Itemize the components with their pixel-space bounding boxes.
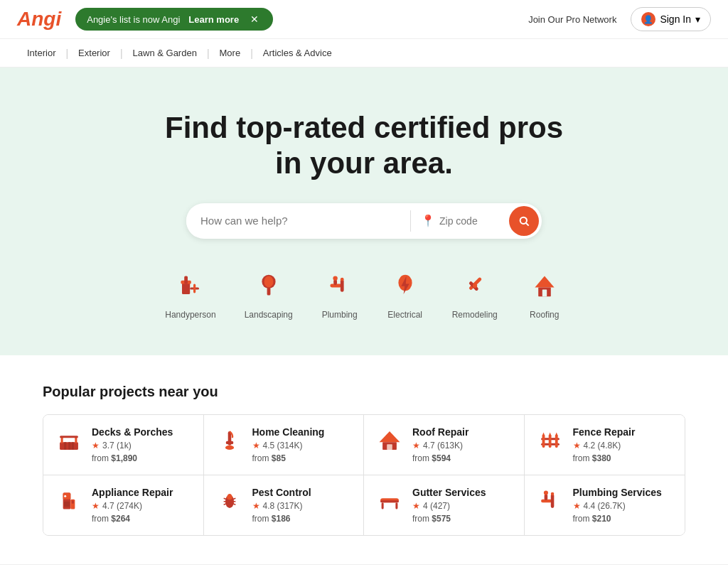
decks-rating: ★ 3.7 (1k) — [92, 441, 192, 450]
svg-rect-60 — [382, 502, 384, 509]
categories-row: Handyperson Landscaping Plumbing Electri… — [14, 267, 714, 320]
svg-rect-49 — [72, 500, 74, 504]
pest-name: Pest Control — [252, 487, 353, 498]
star-icon: ★ — [573, 501, 581, 511]
cleaning-rating-value: 4.5 (314K) — [263, 441, 303, 450]
nav-item-more[interactable]: More — [210, 48, 251, 58]
svg-line-1 — [526, 223, 529, 226]
angi-logo[interactable]: Angi — [17, 8, 61, 31]
handyperson-label: Handyperson — [165, 310, 215, 320]
svg-point-13 — [333, 276, 337, 280]
roofing-icon — [526, 267, 563, 304]
cleaning-rating: ★ 4.5 (314K) — [252, 441, 353, 450]
project-card-pest[interactable]: Pest Control ★ 4.8 (317K) from $186 — [204, 475, 365, 535]
star-icon: ★ — [92, 441, 100, 450]
project-card-cleaning[interactable]: Home Cleaning ★ 4.5 (314K) from $85 — [204, 415, 365, 475]
category-remodeling[interactable]: Remodeling — [452, 267, 498, 320]
star-icon: ★ — [412, 501, 420, 511]
appliance-name: Appliance Repair — [92, 487, 192, 498]
nav-item-lawn-garden[interactable]: Lawn & Garden — [123, 48, 207, 58]
svg-rect-38 — [542, 434, 545, 447]
search-bar: 📍 — [186, 203, 542, 239]
svg-rect-29 — [72, 442, 74, 450]
plumbing-services-icon — [536, 487, 564, 515]
svg-rect-40 — [548, 434, 551, 447]
banner-close-button[interactable]: ✕ — [247, 14, 262, 25]
hero-section: Find top-rated certified pros in your ar… — [0, 68, 728, 355]
search-input[interactable] — [186, 205, 410, 237]
category-roofing[interactable]: Roofing — [526, 267, 563, 320]
popular-projects-section: Popular projects near you Decks & Porche… — [0, 355, 728, 564]
main-nav: Interior | Exterior | Lawn & Garden | Mo… — [0, 39, 728, 68]
zip-input[interactable] — [439, 215, 496, 227]
gutter-name: Gutter Services — [412, 487, 513, 498]
svg-point-31 — [225, 446, 233, 450]
fence-info: Fence Repair ★ 4.2 (4.8K) from $380 — [573, 426, 674, 463]
hero-headline: Find top-rated certified pros in your ar… — [151, 110, 577, 182]
svg-point-0 — [520, 217, 527, 223]
decks-rating-value: 3.7 (1k) — [102, 441, 132, 450]
roofing-label: Roofing — [530, 310, 559, 320]
category-electrical[interactable]: Electrical — [387, 267, 424, 320]
svg-rect-22 — [542, 289, 547, 296]
project-card-gutter[interactable]: Gutter Services ★ 4 (427) from $575 — [364, 475, 525, 535]
svg-rect-11 — [341, 279, 344, 292]
cleaning-icon — [215, 426, 244, 455]
svg-rect-42 — [555, 434, 557, 447]
svg-rect-59 — [380, 500, 399, 502]
appliance-rating-value: 4.7 (274K) — [102, 501, 142, 511]
appliance-info: Appliance Repair ★ 4.7 (274K) from $264 — [92, 487, 192, 524]
sign-in-label: Sign In — [660, 14, 691, 25]
fence-rating: ★ 4.2 (4.8K) — [573, 441, 674, 450]
gutter-info: Gutter Services ★ 4 (427) from $575 — [412, 487, 513, 524]
nav-item-exterior[interactable]: Exterior — [68, 48, 120, 58]
plumbing-services-rating: ★ 4.4 (26.7K) — [573, 501, 674, 511]
cleaning-info: Home Cleaning ★ 4.5 (314K) from $85 — [252, 426, 353, 463]
category-landscaping[interactable]: Landscaping — [245, 267, 293, 320]
svg-rect-8 — [267, 287, 270, 295]
decks-price: from $1,890 — [92, 453, 192, 463]
category-plumbing[interactable]: Plumbing — [321, 267, 358, 320]
banner-learn-more[interactable]: Learn more — [188, 14, 239, 25]
landscaping-label: Landscaping — [245, 310, 293, 320]
nav-item-interior[interactable]: Interior — [17, 48, 65, 58]
gutter-icon — [375, 487, 404, 515]
remodeling-label: Remodeling — [452, 310, 498, 320]
fence-name: Fence Repair — [573, 426, 674, 438]
roof-rating-value: 4.7 (613K) — [423, 441, 463, 450]
project-card-appliance[interactable]: Appliance Repair ★ 4.7 (274K) from $264 — [43, 475, 204, 535]
project-card-roof[interactable]: Roof Repair ★ 4.7 (613K) from $594 — [364, 415, 525, 475]
handyperson-icon — [172, 267, 209, 304]
pest-icon — [215, 487, 244, 515]
svg-rect-61 — [395, 502, 397, 509]
sign-in-button[interactable]: 👤 Sign In ▾ — [631, 7, 711, 31]
roof-icon — [375, 426, 404, 455]
roof-name: Roof Repair — [412, 426, 513, 438]
project-card-decks[interactable]: Decks & Porches ★ 3.7 (1k) from $1,890 — [43, 415, 204, 475]
roof-info: Roof Repair ★ 4.7 (613K) from $594 — [412, 426, 513, 463]
search-button[interactable] — [509, 206, 539, 236]
join-pro-link[interactable]: Join Our Pro Network — [528, 14, 616, 25]
category-handyperson[interactable]: Handyperson — [165, 267, 215, 320]
decks-name: Decks & Porches — [92, 426, 192, 438]
star-icon: ★ — [92, 501, 100, 511]
project-card-fence[interactable]: Fence Repair ★ 4.2 (4.8K) from $380 — [525, 415, 685, 475]
user-avatar-icon: 👤 — [641, 12, 655, 26]
svg-point-9 — [264, 276, 273, 287]
plumbing-services-info: Plumbing Services ★ 4.4 (26.7K) from $21… — [573, 487, 674, 524]
svg-rect-32 — [225, 441, 233, 445]
header-right: Join Our Pro Network 👤 Sign In ▾ — [528, 7, 711, 31]
electrical-label: Electrical — [387, 310, 422, 320]
gutter-price: from $575 — [412, 514, 513, 524]
svg-point-19 — [473, 284, 477, 288]
location-icon: 📍 — [421, 214, 435, 227]
svg-marker-39 — [542, 432, 545, 436]
svg-rect-4 — [184, 276, 188, 284]
svg-rect-26 — [60, 436, 78, 438]
plumbing-icon — [321, 267, 358, 304]
project-card-plumbing[interactable]: Plumbing Services ★ 4.4 (26.7K) from $21… — [525, 475, 685, 535]
landscaping-icon — [250, 267, 287, 304]
plumbing-label: Plumbing — [322, 310, 358, 320]
chevron-down-icon: ▾ — [695, 14, 700, 25]
nav-item-articles[interactable]: Articles & Advice — [253, 48, 342, 58]
